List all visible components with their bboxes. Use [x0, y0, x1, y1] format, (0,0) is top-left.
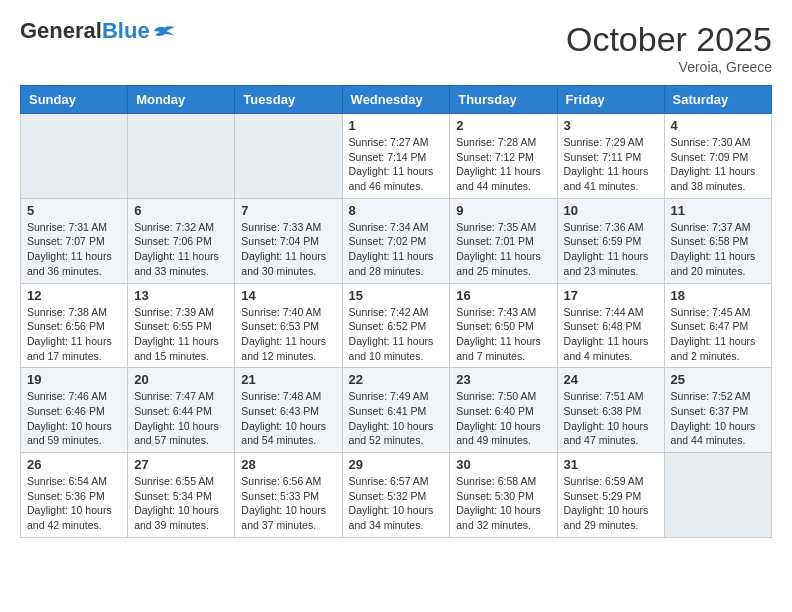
day-info: Sunrise: 7:46 AM Sunset: 6:46 PM Dayligh…: [27, 389, 121, 448]
day-number: 17: [564, 288, 658, 303]
calendar-cell: 30Sunrise: 6:58 AM Sunset: 5:30 PM Dayli…: [450, 453, 557, 538]
day-info: Sunrise: 7:50 AM Sunset: 6:40 PM Dayligh…: [456, 389, 550, 448]
calendar-cell: 29Sunrise: 6:57 AM Sunset: 5:32 PM Dayli…: [342, 453, 450, 538]
weekday-header-friday: Friday: [557, 86, 664, 114]
weekday-header-monday: Monday: [128, 86, 235, 114]
day-info: Sunrise: 7:31 AM Sunset: 7:07 PM Dayligh…: [27, 220, 121, 279]
day-info: Sunrise: 6:56 AM Sunset: 5:33 PM Dayligh…: [241, 474, 335, 533]
calendar-cell: 2Sunrise: 7:28 AM Sunset: 7:12 PM Daylig…: [450, 114, 557, 199]
day-number: 26: [27, 457, 121, 472]
day-info: Sunrise: 7:48 AM Sunset: 6:43 PM Dayligh…: [241, 389, 335, 448]
day-number: 30: [456, 457, 550, 472]
day-info: Sunrise: 7:40 AM Sunset: 6:53 PM Dayligh…: [241, 305, 335, 364]
day-number: 16: [456, 288, 550, 303]
logo-text: GeneralBlue: [20, 20, 150, 42]
calendar-cell: 3Sunrise: 7:29 AM Sunset: 7:11 PM Daylig…: [557, 114, 664, 199]
calendar-cell: 7Sunrise: 7:33 AM Sunset: 7:04 PM Daylig…: [235, 198, 342, 283]
calendar-cell: 1Sunrise: 7:27 AM Sunset: 7:14 PM Daylig…: [342, 114, 450, 199]
calendar-cell: [664, 453, 771, 538]
day-info: Sunrise: 7:39 AM Sunset: 6:55 PM Dayligh…: [134, 305, 228, 364]
calendar-table: SundayMondayTuesdayWednesdayThursdayFrid…: [20, 85, 772, 538]
month-title: October 2025: [566, 20, 772, 59]
calendar-cell: 27Sunrise: 6:55 AM Sunset: 5:34 PM Dayli…: [128, 453, 235, 538]
page-header: GeneralBlue October 2025 Veroia, Greece: [20, 20, 772, 75]
day-info: Sunrise: 7:38 AM Sunset: 6:56 PM Dayligh…: [27, 305, 121, 364]
weekday-header-row: SundayMondayTuesdayWednesdayThursdayFrid…: [21, 86, 772, 114]
day-number: 10: [564, 203, 658, 218]
day-info: Sunrise: 7:45 AM Sunset: 6:47 PM Dayligh…: [671, 305, 765, 364]
calendar-cell: 5Sunrise: 7:31 AM Sunset: 7:07 PM Daylig…: [21, 198, 128, 283]
day-number: 5: [27, 203, 121, 218]
day-number: 15: [349, 288, 444, 303]
day-number: 19: [27, 372, 121, 387]
day-number: 14: [241, 288, 335, 303]
calendar-week-3: 12Sunrise: 7:38 AM Sunset: 6:56 PM Dayli…: [21, 283, 772, 368]
calendar-cell: 22Sunrise: 7:49 AM Sunset: 6:41 PM Dayli…: [342, 368, 450, 453]
day-number: 22: [349, 372, 444, 387]
calendar-cell: 19Sunrise: 7:46 AM Sunset: 6:46 PM Dayli…: [21, 368, 128, 453]
calendar-cell: 4Sunrise: 7:30 AM Sunset: 7:09 PM Daylig…: [664, 114, 771, 199]
day-number: 28: [241, 457, 335, 472]
day-info: Sunrise: 6:55 AM Sunset: 5:34 PM Dayligh…: [134, 474, 228, 533]
calendar-cell: [235, 114, 342, 199]
day-info: Sunrise: 7:37 AM Sunset: 6:58 PM Dayligh…: [671, 220, 765, 279]
calendar-cell: 15Sunrise: 7:42 AM Sunset: 6:52 PM Dayli…: [342, 283, 450, 368]
calendar-cell: 31Sunrise: 6:59 AM Sunset: 5:29 PM Dayli…: [557, 453, 664, 538]
weekday-header-thursday: Thursday: [450, 86, 557, 114]
calendar-cell: [128, 114, 235, 199]
day-info: Sunrise: 7:42 AM Sunset: 6:52 PM Dayligh…: [349, 305, 444, 364]
day-info: Sunrise: 7:49 AM Sunset: 6:41 PM Dayligh…: [349, 389, 444, 448]
day-info: Sunrise: 7:52 AM Sunset: 6:37 PM Dayligh…: [671, 389, 765, 448]
logo-bird-icon: [152, 22, 176, 40]
calendar-cell: 21Sunrise: 7:48 AM Sunset: 6:43 PM Dayli…: [235, 368, 342, 453]
calendar-cell: 17Sunrise: 7:44 AM Sunset: 6:48 PM Dayli…: [557, 283, 664, 368]
day-info: Sunrise: 7:30 AM Sunset: 7:09 PM Dayligh…: [671, 135, 765, 194]
day-number: 6: [134, 203, 228, 218]
calendar-cell: 16Sunrise: 7:43 AM Sunset: 6:50 PM Dayli…: [450, 283, 557, 368]
day-info: Sunrise: 7:32 AM Sunset: 7:06 PM Dayligh…: [134, 220, 228, 279]
logo-general: General: [20, 18, 102, 43]
location: Veroia, Greece: [566, 59, 772, 75]
day-number: 25: [671, 372, 765, 387]
day-number: 12: [27, 288, 121, 303]
calendar-week-2: 5Sunrise: 7:31 AM Sunset: 7:07 PM Daylig…: [21, 198, 772, 283]
calendar-cell: 24Sunrise: 7:51 AM Sunset: 6:38 PM Dayli…: [557, 368, 664, 453]
calendar-cell: 23Sunrise: 7:50 AM Sunset: 6:40 PM Dayli…: [450, 368, 557, 453]
title-area: October 2025 Veroia, Greece: [566, 20, 772, 75]
day-number: 9: [456, 203, 550, 218]
calendar-cell: 14Sunrise: 7:40 AM Sunset: 6:53 PM Dayli…: [235, 283, 342, 368]
day-number: 31: [564, 457, 658, 472]
day-number: 7: [241, 203, 335, 218]
day-number: 27: [134, 457, 228, 472]
day-number: 21: [241, 372, 335, 387]
calendar-cell: 11Sunrise: 7:37 AM Sunset: 6:58 PM Dayli…: [664, 198, 771, 283]
day-number: 1: [349, 118, 444, 133]
calendar-cell: 8Sunrise: 7:34 AM Sunset: 7:02 PM Daylig…: [342, 198, 450, 283]
day-number: 18: [671, 288, 765, 303]
day-info: Sunrise: 6:54 AM Sunset: 5:36 PM Dayligh…: [27, 474, 121, 533]
day-info: Sunrise: 7:51 AM Sunset: 6:38 PM Dayligh…: [564, 389, 658, 448]
calendar-cell: 13Sunrise: 7:39 AM Sunset: 6:55 PM Dayli…: [128, 283, 235, 368]
weekday-header-saturday: Saturday: [664, 86, 771, 114]
calendar-cell: [21, 114, 128, 199]
calendar-cell: 20Sunrise: 7:47 AM Sunset: 6:44 PM Dayli…: [128, 368, 235, 453]
day-number: 13: [134, 288, 228, 303]
day-number: 2: [456, 118, 550, 133]
day-info: Sunrise: 7:47 AM Sunset: 6:44 PM Dayligh…: [134, 389, 228, 448]
day-number: 29: [349, 457, 444, 472]
day-number: 4: [671, 118, 765, 133]
calendar-cell: 28Sunrise: 6:56 AM Sunset: 5:33 PM Dayli…: [235, 453, 342, 538]
day-info: Sunrise: 7:28 AM Sunset: 7:12 PM Dayligh…: [456, 135, 550, 194]
weekday-header-sunday: Sunday: [21, 86, 128, 114]
day-info: Sunrise: 7:43 AM Sunset: 6:50 PM Dayligh…: [456, 305, 550, 364]
day-info: Sunrise: 7:35 AM Sunset: 7:01 PM Dayligh…: [456, 220, 550, 279]
day-number: 23: [456, 372, 550, 387]
day-info: Sunrise: 6:59 AM Sunset: 5:29 PM Dayligh…: [564, 474, 658, 533]
calendar-cell: 25Sunrise: 7:52 AM Sunset: 6:37 PM Dayli…: [664, 368, 771, 453]
day-number: 20: [134, 372, 228, 387]
calendar-cell: 12Sunrise: 7:38 AM Sunset: 6:56 PM Dayli…: [21, 283, 128, 368]
day-number: 8: [349, 203, 444, 218]
day-info: Sunrise: 7:44 AM Sunset: 6:48 PM Dayligh…: [564, 305, 658, 364]
calendar-week-4: 19Sunrise: 7:46 AM Sunset: 6:46 PM Dayli…: [21, 368, 772, 453]
logo: GeneralBlue: [20, 20, 176, 42]
